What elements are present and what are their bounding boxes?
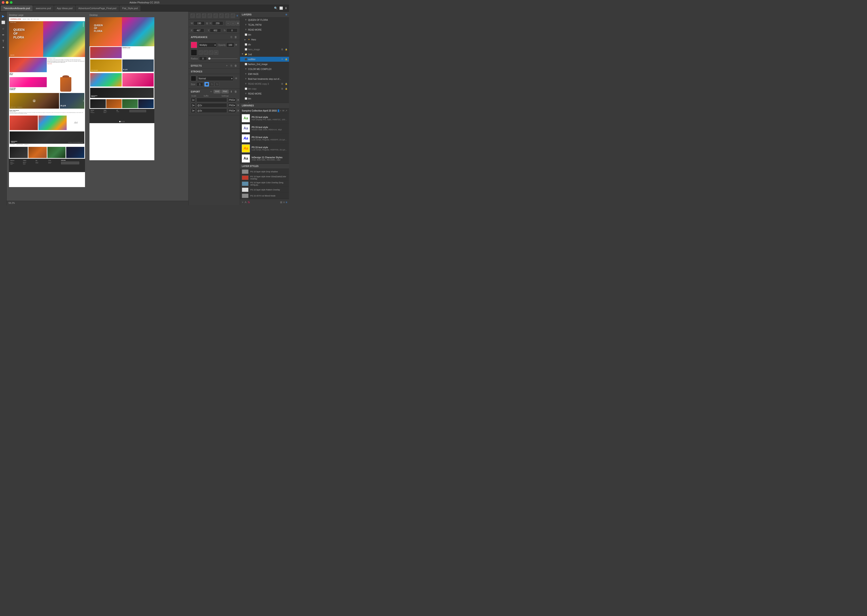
- suffix-2-input[interactable]: [196, 103, 227, 107]
- tab-flat[interactable]: Flat_Style.psd: [120, 5, 140, 11]
- artboard-1[interactable]: VERMILION FASHIONTRAVELARTFOODFOOD EDITO…: [9, 17, 85, 187]
- fx-icon[interactable]: fx: [248, 201, 250, 204]
- artboard-2[interactable]: QUEENOFFLORA TRENDING TITLES Lorem ipsum…: [90, 17, 154, 160]
- lib-item-1[interactable]: Aa PS 15 text style Karl Display Pro, It…: [240, 113, 289, 123]
- email-icon[interactable]: ✉: [282, 109, 284, 112]
- fill-type-2[interactable]: ⬛: [203, 50, 208, 55]
- align-top-icon[interactable]: ⬛: [208, 13, 212, 18]
- height-input[interactable]: [212, 21, 223, 25]
- layer-fashion-2nd[interactable]: ⬜ fashion_2nd_image: [240, 62, 289, 67]
- eyedropper-tool[interactable]: ✦: [1, 45, 6, 50]
- layer-hero[interactable]: ▶ ▼ Hero: [240, 37, 289, 42]
- add-style-icon[interactable]: +: [242, 201, 243, 204]
- lib-item-5[interactable]: Aa InDesign 11 Character Styles Arial, B…: [240, 154, 289, 163]
- format-1-dropdown[interactable]: PNG▾: [228, 98, 236, 102]
- minimize-button[interactable]: [6, 1, 8, 4]
- tab-awesome[interactable]: awesome.psd: [33, 5, 54, 11]
- ls-item-5[interactable]: PS 15 All FX w/ Blend Mode: [240, 193, 289, 199]
- lock-icon-2[interactable]: 🔒: [285, 58, 288, 61]
- format-3-dropdown[interactable]: PNG▾: [228, 108, 236, 113]
- delete-row-1-btn[interactable]: ✕: [237, 98, 240, 102]
- stroke-color-swatch[interactable]: [191, 49, 197, 56]
- ls-item-3[interactable]: PS 15 layer style Color Overlay (long st…: [240, 181, 289, 187]
- flip-v-icon[interactable]: ↕: [231, 21, 235, 25]
- layer-read-more-copy[interactable]: T READ MORE copy 3 ⛓ 🔒: [240, 81, 289, 86]
- scale-3-dropdown[interactable]: 3▾: [191, 108, 195, 113]
- layer-tejal-patni[interactable]: T TEJAL PATNI: [240, 22, 289, 27]
- add-export-btn[interactable]: +: [209, 90, 213, 93]
- frame-tool[interactable]: ⬜: [1, 20, 6, 25]
- arrange-icon[interactable]: ⬜: [279, 6, 283, 10]
- distribute-icon[interactable]: ⬛: [225, 13, 230, 18]
- list-view-icon[interactable]: ≡: [283, 201, 285, 204]
- panel-settings-icon[interactable]: ≡: [236, 14, 238, 17]
- align-right-icon[interactable]: ⬛: [202, 13, 207, 18]
- layer-btn-copy[interactable]: ⬜ btn copy ⛓ 🔒: [240, 86, 289, 91]
- fill-type-3[interactable]: ⬛: [209, 50, 213, 55]
- stroke-mode-dropdown[interactable]: Normal ▾: [197, 76, 233, 81]
- layer-2nd[interactable]: ▶ 📁 2nd: [240, 101, 289, 103]
- y-input[interactable]: [210, 28, 221, 32]
- download-icon[interactable]: ⬇: [285, 6, 287, 10]
- scale-2-dropdown[interactable]: 2▾: [191, 103, 195, 107]
- layer-redfilter[interactable]: ⬛ redfilter 👁 🔒: [240, 57, 289, 62]
- align-center-v-icon[interactable]: ⬛: [213, 13, 218, 18]
- layer-btn-1[interactable]: ⬜ btn: [240, 32, 289, 37]
- canvas-area[interactable]: Desktop Large VERMILION FASHIONTRAVELART…: [7, 12, 188, 205]
- copy-appearance-btn[interactable]: ⎘: [230, 35, 233, 39]
- add-effect-btn[interactable]: +: [225, 64, 229, 68]
- stroke-visibility-icon[interactable]: 👁: [235, 77, 238, 80]
- layer-1nd[interactable]: ▶ 📁 1nd: [240, 52, 289, 57]
- arrow-tool[interactable]: ▶: [1, 13, 6, 19]
- text-tool[interactable]: T: [1, 38, 6, 44]
- opacity-input[interactable]: [226, 42, 234, 47]
- lock-icon-3[interactable]: 🔒: [285, 82, 288, 85]
- ellipse-tool[interactable]: ○: [1, 26, 6, 31]
- panel-options-icon[interactable]: ≡: [285, 201, 287, 204]
- width-input[interactable]: [194, 21, 205, 25]
- x-input[interactable]: [193, 28, 204, 32]
- window-controls[interactable]: [2, 1, 13, 4]
- close-button[interactable]: [2, 1, 5, 4]
- tab-vermilion[interactable]: *VermilionArtboards.psd: [1, 5, 33, 11]
- vis-icon-2[interactable]: ⛓: [281, 82, 284, 85]
- lib-item-2[interactable]: Aa PS 15 text style Museo Slab 1000, #5b…: [240, 123, 289, 134]
- suffix-3-input[interactable]: [196, 108, 227, 113]
- visibility-icon[interactable]: 👁: [235, 43, 238, 47]
- align-bottom-icon[interactable]: ⬛: [219, 13, 224, 18]
- tab-appideas[interactable]: App Ideas.psd: [54, 5, 75, 11]
- format-2-dropdown[interactable]: PNG▾: [228, 103, 236, 107]
- rotation-input[interactable]: [226, 28, 238, 32]
- layer-emi-haze[interactable]: T EMI HAZE: [240, 72, 289, 77]
- layer-color-me[interactable]: T COLOR ME COMPLEX: [240, 67, 289, 72]
- lib-item-4[interactable]: Aa PS 15 text style Lust Script, Regular…: [240, 143, 289, 154]
- lib-item-3[interactable]: Aa PS 15 text style Lust Script, Regular…: [240, 134, 289, 143]
- layers-settings-icon[interactable]: ≡: [285, 13, 287, 16]
- radius-slider[interactable]: [208, 58, 238, 59]
- stroke-outside-btn[interactable]: ⬛: [215, 82, 219, 86]
- align-center-h-icon[interactable]: ⬛: [196, 13, 201, 18]
- delete-row-2-btn[interactable]: ✕: [237, 104, 240, 107]
- ls-item-1[interactable]: PS 15 layer style Drop shadow: [240, 169, 289, 175]
- layer-read-more-1[interactable]: T READ MORE: [240, 27, 289, 32]
- svg-export-btn[interactable]: SVG: [214, 90, 221, 93]
- radius-input[interactable]: [199, 57, 207, 61]
- ls-item-4[interactable]: PS 15 layer style Pattern Overlay: [240, 187, 289, 193]
- fill-color-swatch[interactable]: [191, 42, 197, 48]
- fill-type-1[interactable]: ⬛: [199, 50, 203, 55]
- layer-bold-hair[interactable]: T Bold hair treatments step out of...: [240, 77, 289, 81]
- constraint-icon[interactable]: ⊞: [236, 21, 240, 25]
- export-settings-btn[interactable]: ⬇: [230, 90, 233, 93]
- maximize-button[interactable]: [10, 1, 13, 4]
- stroke-center-btn[interactable]: ⬛: [210, 82, 214, 86]
- blend-mode-dropdown[interactable]: Multiply ▾: [199, 42, 217, 47]
- layer-btn-2[interactable]: ⬜ btn: [240, 96, 289, 101]
- lock-icon-4[interactable]: 🔒: [285, 87, 288, 90]
- layer-queen-of-flora[interactable]: T QUEEN OF FLORA: [240, 17, 289, 22]
- layer-hero-image[interactable]: ⬜ hero_image ⛓ 🔒: [240, 47, 289, 52]
- ls-item-2[interactable]: PS 15 layer style Inner Glow|Satin|Color…: [240, 175, 289, 181]
- text-style-icon[interactable]: A: [245, 201, 246, 204]
- delete-export-btn[interactable]: 🗑: [234, 90, 238, 93]
- flip-h-icon[interactable]: ↔: [226, 21, 230, 25]
- copy-effect-btn[interactable]: ⎘: [230, 64, 233, 68]
